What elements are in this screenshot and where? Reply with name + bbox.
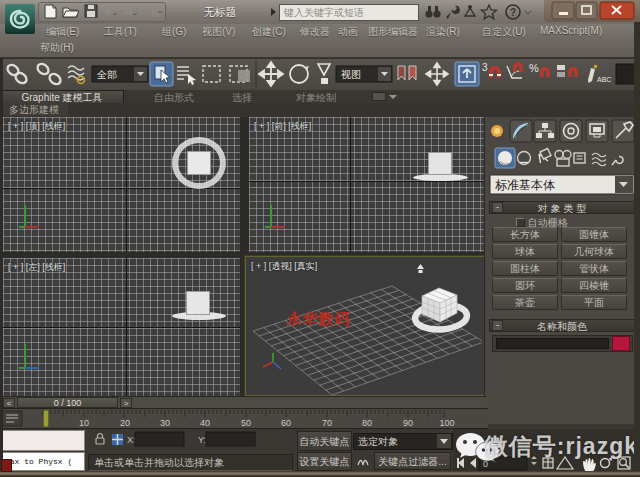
svg-text:30: 30	[160, 418, 170, 428]
svg-text:%: %	[529, 62, 539, 74]
svg-text:70: 70	[322, 418, 332, 428]
svg-text:90: 90	[403, 418, 413, 428]
svg-text:40: 40	[200, 418, 210, 428]
svg-text:永华数码: 永华数码	[285, 310, 352, 327]
svg-text:标准基本体: 标准基本体	[495, 178, 555, 192]
svg-text:50: 50	[241, 418, 251, 428]
svg-text:视图: 视图	[341, 69, 361, 80]
svg-text:全部: 全部	[96, 69, 117, 80]
svg-text:80: 80	[362, 418, 372, 428]
svg-text:?: ?	[510, 7, 516, 18]
svg-text:60: 60	[281, 418, 291, 428]
svg-text:10: 10	[79, 418, 89, 428]
svg-text:20: 20	[120, 418, 130, 428]
svg-text:100: 100	[439, 418, 454, 428]
svg-text:3: 3	[482, 62, 488, 73]
svg-text:Y:: Y:	[198, 435, 206, 445]
svg-text:ABC: ABC	[597, 76, 611, 83]
svg-text:X:: X:	[127, 435, 136, 445]
